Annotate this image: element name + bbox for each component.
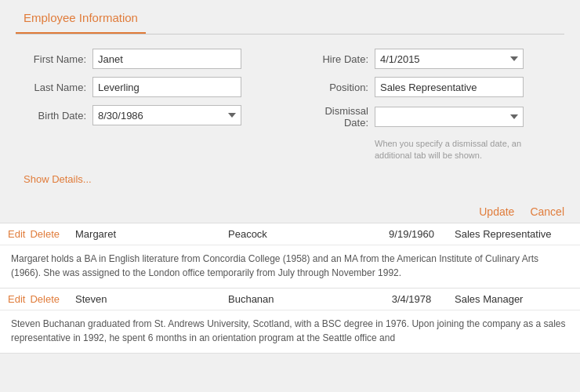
delete-button[interactable]: Delete bbox=[30, 293, 60, 305]
employee-first-name: Steven bbox=[71, 293, 223, 305]
edit-button[interactable]: Edit bbox=[8, 228, 25, 240]
employee-last-name: Buchanan bbox=[223, 293, 376, 305]
last-name-label: Last Name: bbox=[24, 82, 86, 93]
employee-position: Sales Manager bbox=[447, 293, 572, 305]
show-details-link[interactable]: Show Details... bbox=[24, 173, 556, 185]
hire-date-select[interactable]: 4/1/2015 bbox=[375, 49, 524, 69]
edit-button[interactable]: Edit bbox=[8, 293, 25, 305]
position-input[interactable] bbox=[375, 77, 524, 97]
last-name-input[interactable] bbox=[92, 77, 241, 97]
employee-first-name: Margaret bbox=[71, 228, 223, 240]
row-actions: Edit Delete bbox=[8, 293, 71, 305]
birth-date-label: Birth Date: bbox=[24, 110, 86, 122]
table-row: Edit Delete Steven Buchanan 3/4/1978 Sal… bbox=[0, 289, 580, 310]
delete-button[interactable]: Delete bbox=[30, 228, 60, 240]
dismissal-date-select[interactable] bbox=[375, 107, 524, 127]
row-actions: Edit Delete bbox=[8, 228, 71, 240]
table-row: Edit Delete Margaret Peacock 9/19/1960 S… bbox=[0, 223, 580, 245]
update-button[interactable]: Update bbox=[479, 205, 514, 218]
dismissal-hint: When you specify a dismissal date, an ad… bbox=[375, 138, 531, 162]
employee-information-tab[interactable]: Employee Information bbox=[16, 0, 146, 34]
employee-position: Sales Representative bbox=[447, 228, 572, 240]
dismissal-date-label: Dismissal Date: bbox=[306, 105, 368, 129]
first-name-input[interactable] bbox=[92, 49, 241, 69]
employee-birth-date: 9/19/1960 bbox=[376, 228, 447, 240]
position-label: Position: bbox=[306, 82, 368, 93]
employee-description: Steven Buchanan graduated from St. Andre… bbox=[0, 310, 580, 354]
first-name-label: First Name: bbox=[24, 53, 86, 65]
hire-date-label: Hire Date: bbox=[306, 53, 368, 65]
employee-birth-date: 3/4/1978 bbox=[376, 293, 447, 305]
cancel-button[interactable]: Cancel bbox=[530, 205, 564, 218]
employee-description: Margaret holds a BA in English literatur… bbox=[0, 245, 580, 289]
birth-date-select[interactable]: 8/30/1986 bbox=[92, 105, 241, 125]
employee-last-name: Peacock bbox=[223, 228, 376, 240]
